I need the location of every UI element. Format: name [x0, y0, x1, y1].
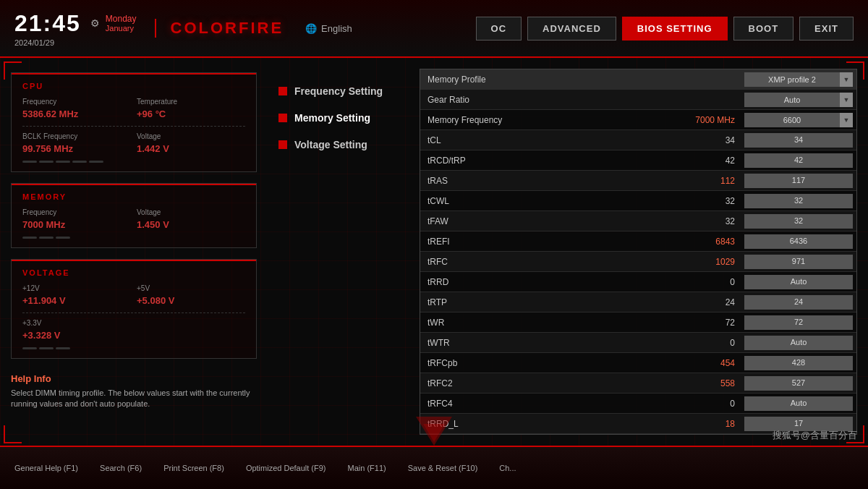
setting-input-box[interactable]: 971 — [744, 255, 853, 269]
v12-value: +11.904 V — [22, 295, 66, 306]
input-with-arrow[interactable]: 6600▼ — [744, 113, 853, 127]
menu-item-memory[interactable]: Memory Setting — [275, 106, 405, 129]
setting-name: Memory Profile — [420, 72, 668, 88]
table-row[interactable]: tRRD0Auto — [420, 272, 856, 292]
cpu-card: CPU Frequency 5386.62 MHz Temperature +9… — [11, 72, 257, 172]
right-panel: Memory ProfileXMP profile 2▼Gear RatioAu… — [412, 58, 868, 446]
setting-name: tRFC2 — [420, 375, 668, 391]
setting-input-col[interactable]: Auto▼ — [741, 91, 856, 109]
cpu-frequency-field: Frequency 5386.62 MHz — [22, 98, 131, 120]
setting-name: tCWL — [420, 193, 668, 209]
setting-input-box[interactable]: Auto — [744, 275, 853, 289]
input-with-arrow[interactable]: XMP profile 2▼ — [744, 72, 853, 87]
cpu-temperature-field: Temperature +96 °C — [137, 98, 245, 120]
table-row[interactable]: tREFI68436436 — [420, 231, 856, 252]
tab-advanced[interactable]: ADVANCED — [527, 17, 616, 41]
table-row[interactable]: Gear RatioAuto▼ — [420, 90, 856, 110]
tab-bios-setting[interactable]: BIOS SETTING — [622, 17, 728, 41]
menu-item-frequency[interactable]: Frequency Setting — [275, 80, 405, 103]
setting-current-value — [668, 77, 741, 82]
setting-input-col[interactable]: Auto — [741, 273, 856, 291]
setting-name: tRFC — [420, 254, 668, 270]
setting-input-box[interactable]: Auto — [744, 396, 853, 411]
setting-input-box[interactable]: 42 — [744, 153, 853, 168]
table-row[interactable]: tWR7272 — [420, 312, 856, 333]
table-row[interactable]: tCWL3232 — [420, 191, 856, 211]
setting-input-box[interactable]: Auto — [744, 336, 853, 350]
dropdown-arrow-icon[interactable]: ▼ — [840, 113, 853, 127]
table-row[interactable]: tRTP2424 — [420, 292, 856, 312]
cpu-temperature-value: +96 °C — [137, 109, 166, 119]
month-name: January — [106, 24, 137, 33]
setting-input-box[interactable]: 117 — [744, 174, 853, 188]
key-general-help: General Help (F1) — [14, 464, 78, 472]
key-search: Search (F6) — [100, 464, 142, 472]
table-row[interactable]: tRFCpb454428 — [420, 353, 856, 373]
setting-input-col[interactable]: Auto — [741, 395, 856, 412]
day-name: Monday — [106, 14, 137, 24]
table-row[interactable]: tCL3434 — [420, 130, 856, 150]
v5-label: +5V — [137, 284, 245, 292]
logo-text: COLORFIRE — [171, 19, 284, 37]
dropdown-arrow-icon[interactable]: ▼ — [840, 72, 853, 87]
bottom-bar: General Help (F1) Search (F6) Print Scre… — [0, 446, 868, 489]
setting-name: tFAW — [420, 213, 668, 229]
table-row[interactable]: tRCD/tRP4242 — [420, 150, 856, 171]
input-with-arrow[interactable]: Auto▼ — [744, 93, 853, 107]
setting-input-col[interactable]: 971 — [741, 253, 856, 271]
setting-input-box[interactable]: 32 — [744, 214, 853, 229]
setting-name: tRCD/tRP — [420, 153, 668, 169]
menu-label-memory: Memory Setting — [294, 112, 370, 124]
setting-input-col[interactable]: 34 — [741, 132, 856, 149]
menu-item-voltage[interactable]: Voltage Setting — [275, 133, 405, 156]
v12-label: +12V — [22, 284, 131, 292]
tab-oc[interactable]: OC — [476, 17, 522, 41]
setting-input-col[interactable]: 72 — [741, 314, 856, 331]
table-row[interactable]: tRAS112117 — [420, 171, 856, 191]
setting-input-col[interactable]: 428 — [741, 354, 856, 372]
table-row[interactable]: tWTR0Auto — [420, 333, 856, 353]
memory-card: MEMORY Frequency 7000 MHz Voltage 1.450 … — [11, 183, 257, 248]
watermark: 搜狐号@含量百分百 — [773, 429, 857, 442]
table-wrapper[interactable]: Memory ProfileXMP profile 2▼Gear RatioAu… — [420, 69, 856, 434]
language-section[interactable]: 🌐 English — [305, 23, 352, 34]
key-main: Main (F11) — [348, 464, 386, 472]
v5-value: +5.080 V — [137, 295, 174, 306]
table-row[interactable]: tRFC2558527 — [420, 373, 856, 394]
tab-exit[interactable]: EXIT — [799, 17, 854, 41]
setting-input-box[interactable]: 72 — [744, 315, 853, 330]
setting-input-col[interactable]: Auto — [741, 334, 856, 352]
setting-input-box[interactable]: 428 — [744, 356, 853, 370]
setting-input-box[interactable]: 6436 — [744, 234, 853, 249]
key-ch: Ch... — [499, 464, 516, 472]
table-row[interactable]: tFAW3232 — [420, 211, 856, 231]
help-text: Select DIMM timing profile. The below va… — [11, 388, 257, 410]
setting-input-col[interactable]: 527 — [741, 375, 856, 392]
setting-input-col[interactable]: 32 — [741, 213, 856, 230]
cpu-voltage-field: Voltage 1.442 V — [137, 132, 245, 155]
setting-input-box[interactable]: 32 — [744, 194, 853, 208]
table-row[interactable]: tRFC40Auto — [420, 394, 856, 414]
setting-input-box[interactable]: 34 — [744, 133, 853, 148]
setting-input-col[interactable]: 24 — [741, 294, 856, 311]
setting-input-col[interactable]: 117 — [741, 172, 856, 190]
setting-input-col[interactable]: 6600▼ — [741, 111, 856, 129]
setting-name: tRFC4 — [420, 396, 668, 412]
setting-input-col[interactable]: 32 — [741, 192, 856, 210]
setting-input-col[interactable]: 6436 — [741, 233, 856, 250]
dropdown-arrow-icon[interactable]: ▼ — [840, 93, 853, 107]
setting-input-col[interactable]: XMP profile 2▼ — [741, 71, 856, 88]
setting-input-box[interactable]: 527 — [744, 376, 853, 391]
setting-current-value: 112 — [668, 173, 741, 189]
table-row[interactable]: tRFC1029971 — [420, 252, 856, 272]
table-row[interactable]: Memory Frequency7000 MHz6600▼ — [420, 110, 856, 130]
setting-input-col[interactable]: 42 — [741, 152, 856, 169]
setting-input-box[interactable]: 24 — [744, 295, 853, 310]
menu-indicator-voltage — [278, 140, 287, 149]
table-row[interactable]: Memory ProfileXMP profile 2▼ — [420, 69, 856, 90]
date-display: 2024/01/29 — [14, 38, 137, 47]
tab-boot[interactable]: BOOT — [733, 17, 794, 41]
setting-name: tRRD — [420, 274, 668, 290]
main-content: CPU Frequency 5386.62 MHz Temperature +9… — [0, 58, 868, 446]
nav-tabs: OC ADVANCED BIOS SETTING BOOT EXIT — [476, 17, 854, 41]
